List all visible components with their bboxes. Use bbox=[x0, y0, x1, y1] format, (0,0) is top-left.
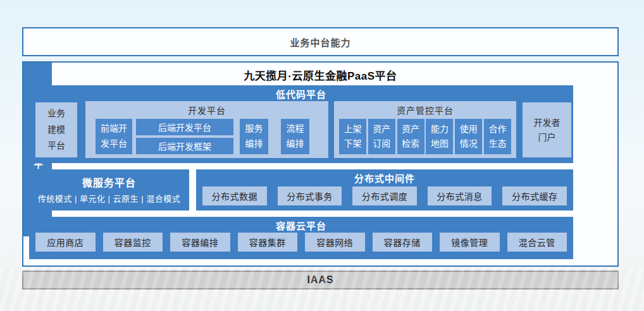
architecture-diagram: 业务中台能力 九天揽月·云原生金融PaaS平台 低代码平台 业务 建模 平台 开… bbox=[0, 0, 644, 311]
frontend-dev-platform-box: 前端开 发平台 bbox=[96, 119, 132, 154]
container-item-storage: 容器存储 bbox=[373, 233, 433, 252]
process-orchestration-box: 流程 编排 bbox=[281, 119, 309, 154]
container-item-app-store: 应用商店 bbox=[35, 233, 96, 252]
container-item-hybrid-cloud: 混合云管 bbox=[507, 233, 567, 252]
banner-label: 业务中台能力 bbox=[290, 35, 350, 49]
container-item-cluster: 容器集群 bbox=[238, 233, 298, 252]
lowcode-platform-title: 低代码平台 bbox=[29, 85, 573, 101]
iaas-label: IAAS bbox=[307, 274, 333, 286]
middleware-items-row: 分布式数据 分布式事务 分布式调度 分布式消息 分布式缓存 bbox=[202, 186, 567, 205]
business-modeling-box: 业务 建模 平台 bbox=[35, 102, 77, 157]
backend-dev-platform-box: 后端开发平台 bbox=[136, 119, 233, 135]
asset-items-row: 上架 下架 资产 订阅 资产 检索 能力 地图 使用 情况 合作 生态 bbox=[339, 119, 511, 154]
middleware-item-cache: 分布式缓存 bbox=[502, 186, 567, 205]
middleware-item-data: 分布式数据 bbox=[202, 186, 267, 205]
microservice-platform-section: 微服务平台 传统模式 | 单元化 | 云原生 | 混合模式 bbox=[29, 169, 189, 210]
container-item-image-mgmt: 镜像管理 bbox=[440, 233, 500, 252]
asset-control-panel: 资产管控平台 上架 下架 资产 订阅 资产 检索 能力 地图 使用 情况 合作 … bbox=[334, 101, 516, 158]
middleware-item-messaging: 分布式消息 bbox=[428, 186, 492, 205]
distributed-middleware-section: 分布式中间件 分布式数据 分布式事务 分布式调度 分布式消息 分布式缓存 bbox=[196, 169, 573, 210]
distributed-middleware-title: 分布式中间件 bbox=[196, 169, 573, 185]
lowcode-platform-section: 低代码平台 业务 建模 平台 开发平台 前端开 发平台 后端开发平台 后端开发框… bbox=[29, 85, 573, 163]
asset-control-title: 资产管控平台 bbox=[334, 101, 516, 116]
business-midplatform-banner: 业务中台能力 bbox=[22, 27, 619, 56]
container-items-row: 应用商店 容器监控 容器编排 容器集群 容器网络 容器存储 镜像管理 混合云管 bbox=[35, 233, 567, 252]
dev-platform-title: 开发平台 bbox=[85, 101, 328, 116]
dev-platform-panel: 开发平台 前端开 发平台 后端开发平台 后端开发框架 服务 编排 流程 编排 bbox=[85, 101, 328, 158]
microservice-platform-title: 微服务平台 bbox=[29, 169, 189, 190]
asset-item-subscription: 资产 订阅 bbox=[368, 119, 395, 154]
middleware-item-transaction: 分布式事务 bbox=[278, 186, 342, 205]
asset-item-search: 资产 检索 bbox=[397, 119, 424, 154]
iaas-bar: IAAS bbox=[22, 271, 619, 290]
asset-item-usage: 使用 情况 bbox=[455, 119, 482, 154]
developer-portal-box: 开发者 门户 bbox=[523, 102, 571, 157]
asset-item-capability-map: 能力 地图 bbox=[426, 119, 453, 154]
backend-dev-framework-box: 后端开发框架 bbox=[136, 138, 233, 154]
container-cloud-section: 容器云平台 应用商店 容器监控 容器编排 容器集群 容器网络 容器存储 镜像管理… bbox=[29, 217, 573, 259]
container-cloud-title: 容器云平台 bbox=[29, 217, 573, 232]
middleware-item-scheduling: 分布式调度 bbox=[352, 186, 417, 205]
platform-title: 九天揽月·云原生金融PaaS平台 bbox=[23, 67, 617, 83]
container-item-orchestration: 容器编排 bbox=[170, 233, 230, 252]
asset-item-ecosystem: 合作 生态 bbox=[484, 119, 511, 154]
paas-platform-panel: 九天揽月·云原生金融PaaS平台 低代码平台 业务 建模 平台 开发平台 前端开… bbox=[22, 61, 619, 267]
backend-dev-stack: 后端开发平台 后端开发框架 bbox=[136, 119, 233, 154]
microservice-modes: 传统模式 | 单元化 | 云原生 | 混合模式 bbox=[29, 190, 189, 204]
asset-item-listing: 上架 下架 bbox=[339, 119, 366, 154]
container-item-network: 容器网络 bbox=[305, 233, 365, 252]
container-item-monitoring: 容器监控 bbox=[103, 233, 163, 252]
service-orchestration-box: 服务 编排 bbox=[240, 119, 268, 154]
